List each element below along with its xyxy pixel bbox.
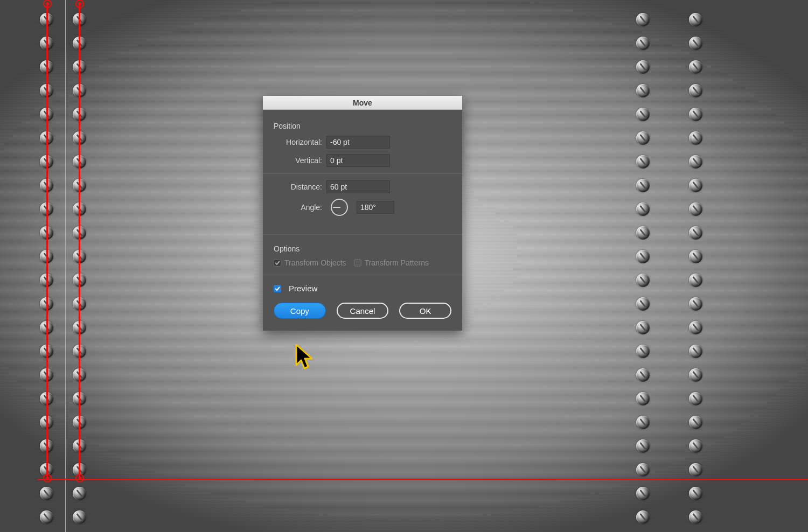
rivet-column xyxy=(689,13,702,532)
rivet-icon xyxy=(689,274,702,287)
rivet-icon xyxy=(636,345,650,358)
rivet-icon xyxy=(636,463,650,477)
rivet-icon xyxy=(636,60,650,74)
rivet-icon xyxy=(73,487,86,500)
transform-patterns-label: Transform Patterns xyxy=(365,258,429,267)
rivet-icon xyxy=(636,297,650,311)
rivet-icon xyxy=(636,84,650,97)
rivet-icon xyxy=(689,510,702,524)
rivet-icon xyxy=(636,202,650,216)
transform-objects-checkbox[interactable] xyxy=(274,259,281,267)
rivet-icon xyxy=(636,368,650,382)
rivet-icon xyxy=(689,13,702,26)
angle-dial-icon[interactable] xyxy=(331,199,348,216)
vertical-guide xyxy=(65,0,66,532)
vertical-label: Vertical: xyxy=(274,156,322,165)
rivet-icon xyxy=(689,108,702,121)
rivet-icon xyxy=(689,416,702,429)
rivet-icon xyxy=(689,297,702,311)
anchor-point-icon[interactable] xyxy=(43,0,52,8)
transform-patterns-checkbox[interactable] xyxy=(354,259,361,267)
rivet-icon xyxy=(689,345,702,358)
rivet-icon xyxy=(636,321,650,334)
transform-objects-label: Transform Objects xyxy=(284,258,346,267)
rivet-icon xyxy=(636,392,650,405)
angle-label: Angle: xyxy=(274,203,322,212)
horizontal-label: Horizontal: xyxy=(274,138,322,146)
cancel-button[interactable]: Cancel xyxy=(337,303,389,319)
rivet-icon xyxy=(40,487,53,500)
rivet-icon xyxy=(636,510,650,524)
rivet-icon xyxy=(636,13,650,26)
rivet-icon xyxy=(689,131,702,145)
rivet-icon xyxy=(636,179,650,192)
anchor-point-icon[interactable] xyxy=(43,474,52,482)
rivet-icon xyxy=(636,131,650,145)
rivet-icon xyxy=(689,179,702,192)
rivet-icon xyxy=(636,416,650,429)
rivet-icon xyxy=(636,487,650,500)
rivet-column xyxy=(636,13,650,532)
rivet-icon xyxy=(689,250,702,263)
distance-label: Distance: xyxy=(274,183,322,191)
rivet-icon xyxy=(40,510,53,524)
angle-input[interactable] xyxy=(357,201,394,214)
anchor-point-icon[interactable] xyxy=(75,0,84,8)
rivet-icon xyxy=(689,368,702,382)
rivet-icon xyxy=(689,392,702,405)
horizontal-input[interactable] xyxy=(326,136,390,149)
preview-label: Preview xyxy=(289,284,317,293)
selected-path[interactable] xyxy=(46,4,48,478)
rivet-icon xyxy=(636,155,650,169)
rivet-icon xyxy=(689,37,702,50)
anchor-point-icon[interactable] xyxy=(75,474,84,482)
rivet-icon xyxy=(689,202,702,216)
rivet-icon xyxy=(636,226,650,240)
rivet-icon xyxy=(689,155,702,169)
position-group-title: Position xyxy=(274,122,451,130)
rivet-icon xyxy=(689,487,702,500)
rivet-icon xyxy=(636,274,650,287)
move-dialog: Move Position Horizontal: Vertical: Dist… xyxy=(263,96,462,331)
dialog-title[interactable]: Move xyxy=(263,96,462,110)
ok-button[interactable]: OK xyxy=(399,303,451,319)
rivet-icon xyxy=(689,463,702,477)
options-group-title: Options xyxy=(274,244,451,253)
rivet-icon xyxy=(689,84,702,97)
rivet-icon xyxy=(689,60,702,74)
rivet-icon xyxy=(636,108,650,121)
rivet-icon xyxy=(689,439,702,453)
rivet-icon xyxy=(689,226,702,240)
copy-button[interactable]: Copy xyxy=(274,303,326,319)
vertical-input[interactable] xyxy=(326,154,390,167)
rivet-icon xyxy=(636,37,650,50)
selected-path[interactable] xyxy=(79,4,80,478)
rivet-icon xyxy=(73,510,86,524)
distance-input[interactable] xyxy=(326,180,390,193)
rivet-icon xyxy=(636,250,650,263)
rivet-icon xyxy=(689,321,702,334)
preview-checkbox[interactable] xyxy=(274,285,281,292)
rivet-icon xyxy=(636,439,650,453)
selection-baseline xyxy=(38,479,808,480)
